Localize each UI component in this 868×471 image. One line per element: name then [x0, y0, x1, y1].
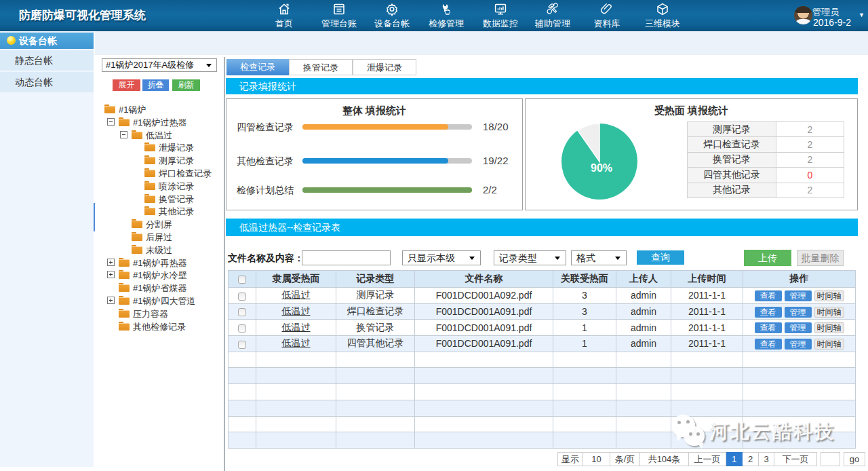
- svg-text:90%: 90%: [591, 162, 612, 174]
